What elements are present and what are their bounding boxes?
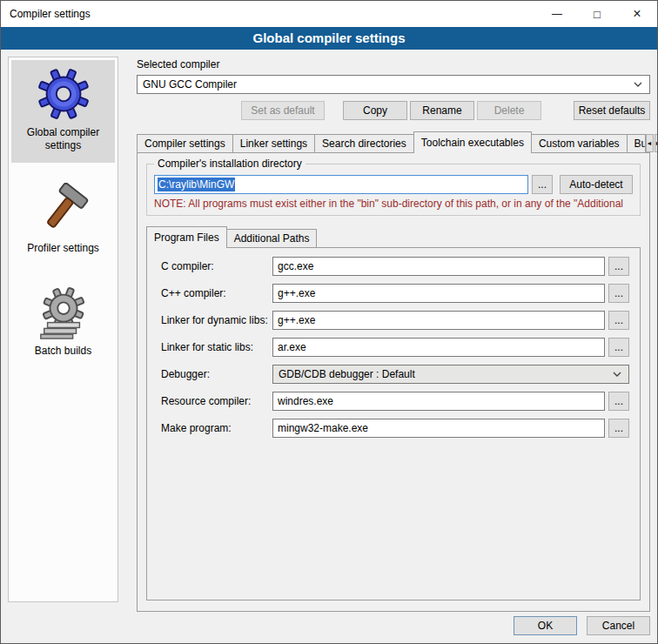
resource-compiler-browse-button[interactable]: ... (608, 392, 629, 411)
tab-scroll-right-button[interactable]: ► (655, 134, 658, 152)
titlebar: Compiler settings — □ × (1, 1, 657, 27)
rename-button[interactable]: Rename (410, 101, 474, 120)
close-icon: × (633, 6, 641, 22)
make-program-input[interactable] (272, 419, 605, 438)
dialog-footer: OK Cancel (514, 616, 650, 635)
toolchain-executables-panel: Compiler's installation directory C:\ray… (137, 152, 650, 612)
cpp-compiler-input[interactable] (272, 284, 605, 303)
minimize-icon: — (552, 8, 562, 20)
sidebar-item-label: Global compiler settings (13, 126, 113, 152)
subtab-program-files[interactable]: Program Files (146, 226, 227, 248)
installation-directory-value: C:\raylib\MinGW (158, 178, 235, 191)
static-linker-input[interactable] (272, 338, 605, 357)
reset-defaults-button[interactable]: Reset defaults (574, 101, 650, 120)
static-linker-row: Linker for static libs: ... (161, 338, 629, 357)
minimize-button[interactable]: — (537, 1, 577, 27)
installation-directory-browse-button[interactable]: ... (532, 175, 553, 194)
close-button[interactable]: × (617, 1, 657, 27)
debugger-value: GDB/CDB debugger : Default (279, 368, 608, 380)
window-title: Compiler settings (10, 8, 91, 20)
c-compiler-browse-button[interactable]: ... (608, 257, 629, 276)
bin-subdirectory-note: NOTE: All programs must exist either in … (154, 198, 633, 210)
page-title: Global compiler settings (1, 27, 657, 50)
dynamic-linker-browse-button[interactable]: ... (608, 311, 629, 330)
profiler-hammer-icon (37, 183, 91, 237)
installation-directory-group: Compiler's installation directory C:\ray… (146, 164, 641, 216)
arrow-left-icon: ◄ (647, 140, 653, 146)
c-compiler-label: C compiler: (161, 260, 272, 272)
gray-gear-stack-icon (37, 285, 91, 339)
selected-compiler-dropdown[interactable]: GNU GCC Compiler (137, 75, 650, 94)
tab-custom-variables[interactable]: Custom variables (531, 134, 628, 152)
resource-compiler-row: Resource compiler: ... (161, 392, 629, 411)
auto-detect-button[interactable]: Auto-detect (560, 175, 633, 194)
resource-compiler-input[interactable] (272, 392, 605, 411)
c-compiler-row: C compiler: ... (161, 257, 629, 276)
sidebar-item-profiler-settings[interactable]: Profiler settings (11, 176, 115, 265)
tab-search-directories[interactable]: Search directories (314, 134, 414, 152)
tab-scroll-left-button[interactable]: ◄ (646, 134, 654, 152)
make-program-row: Make program: ... (161, 419, 629, 438)
installation-directory-group-title: Compiler's installation directory (154, 158, 306, 170)
program-subtabs: Program Files Additional Paths (146, 226, 641, 247)
arrow-right-icon: ► (655, 140, 658, 146)
maximize-button[interactable]: □ (577, 1, 617, 27)
main-content: Selected compiler GNU GCC Compiler Set a… (126, 50, 650, 643)
tab-linker-settings[interactable]: Linker settings (232, 134, 315, 152)
cpp-compiler-row: C++ compiler: ... (161, 284, 629, 303)
settings-tabstrip: Compiler settings Linker settings Search… (137, 131, 650, 152)
chevron-down-icon (613, 372, 621, 377)
sidebar-item-global-compiler-settings[interactable]: Global compiler settings (11, 60, 115, 163)
set-as-default-button[interactable]: Set as default (241, 101, 325, 120)
selected-compiler-value: GNU GCC Compiler (143, 78, 628, 91)
caption-buttons: — □ × (537, 1, 657, 27)
program-files-panel: C compiler: ... C++ compiler: ... Linker… (146, 247, 641, 600)
dynamic-linker-label: Linker for dynamic libs: (161, 314, 272, 326)
maximize-icon: □ (594, 8, 601, 21)
sidebar-item-label: Profiler settings (27, 242, 99, 255)
debugger-select[interactable]: GDB/CDB debugger : Default (272, 365, 629, 384)
sidebar-item-label: Batch builds (35, 345, 91, 358)
chevron-down-icon (634, 82, 642, 87)
static-linker-browse-button[interactable]: ... (608, 338, 629, 357)
sidebar-item-batch-builds[interactable]: Batch builds (11, 278, 115, 368)
debugger-row: Debugger: GDB/CDB debugger : Default (161, 365, 629, 384)
compiler-settings-dialog: Compiler settings — □ × Global compiler … (0, 0, 658, 644)
installation-directory-input[interactable]: C:\raylib\MinGW (154, 175, 528, 194)
tab-build-options[interactable]: Build (627, 134, 646, 152)
dynamic-linker-row: Linker for dynamic libs: ... (161, 311, 629, 330)
subtab-additional-paths[interactable]: Additional Paths (226, 229, 318, 247)
static-linker-label: Linker for static libs: (161, 341, 272, 353)
compiler-action-buttons: Set as default Copy Rename Delete Reset … (137, 101, 650, 120)
blue-gear-icon (37, 67, 91, 121)
copy-button[interactable]: Copy (343, 101, 407, 120)
cancel-button[interactable]: Cancel (587, 616, 650, 635)
make-program-browse-button[interactable]: ... (608, 419, 629, 438)
c-compiler-input[interactable] (272, 257, 605, 276)
make-program-label: Make program: (161, 422, 272, 434)
cpp-compiler-label: C++ compiler: (161, 287, 272, 299)
cpp-compiler-browse-button[interactable]: ... (608, 284, 629, 303)
selected-compiler-label: Selected compiler (137, 58, 650, 71)
dialog-body: Global compiler settings Profiler settin… (1, 50, 657, 643)
ok-button[interactable]: OK (514, 616, 577, 635)
tab-toolchain-executables[interactable]: Toolchain executables (413, 131, 532, 153)
delete-button[interactable]: Delete (477, 101, 541, 120)
debugger-label: Debugger: (161, 368, 272, 380)
settings-category-sidebar: Global compiler settings Profiler settin… (8, 57, 118, 602)
tab-compiler-settings[interactable]: Compiler settings (137, 134, 233, 152)
dynamic-linker-input[interactable] (272, 311, 605, 330)
resource-compiler-label: Resource compiler: (161, 395, 272, 407)
